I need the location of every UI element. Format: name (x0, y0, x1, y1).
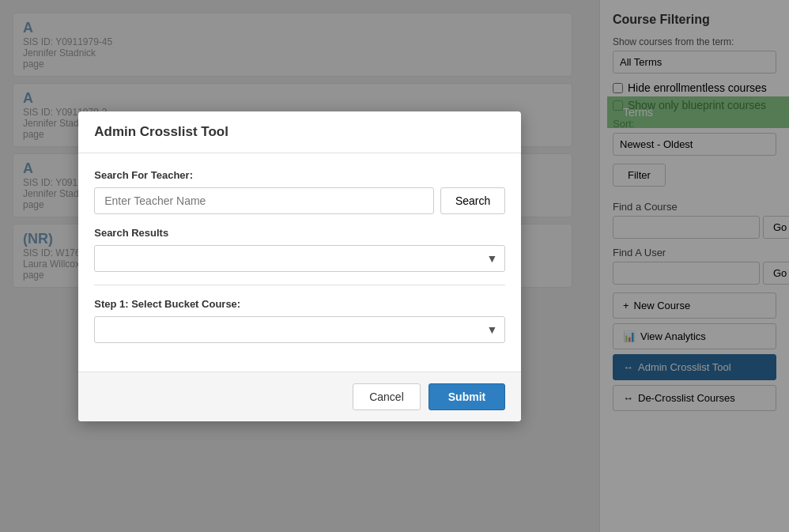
modal-divider (94, 285, 505, 285)
modal-header: Admin Crosslist Tool (78, 111, 521, 153)
modal-body: Search For Teacher: Search Search Result… (78, 153, 521, 372)
admin-crosslist-modal: Admin Crosslist Tool Search For Teacher:… (78, 111, 521, 421)
search-results-wrapper: ▼ (94, 245, 505, 272)
teacher-search-row: Search (94, 187, 505, 214)
cancel-button[interactable]: Cancel (353, 383, 421, 410)
modal-title: Admin Crosslist Tool (94, 124, 228, 139)
bucket-course-select[interactable] (94, 316, 505, 343)
teacher-name-input[interactable] (94, 187, 434, 214)
bucket-course-wrapper: ▼ (94, 316, 505, 343)
search-results-select[interactable] (94, 245, 505, 272)
teacher-search-button[interactable]: Search (440, 187, 505, 214)
submit-button[interactable]: Submit (428, 383, 505, 410)
search-results-label: Search Results (94, 227, 505, 239)
search-teacher-label: Search For Teacher: (94, 169, 505, 181)
modal-footer: Cancel Submit (78, 372, 521, 421)
step1-label: Step 1: Select Bucket Course: (94, 298, 505, 310)
